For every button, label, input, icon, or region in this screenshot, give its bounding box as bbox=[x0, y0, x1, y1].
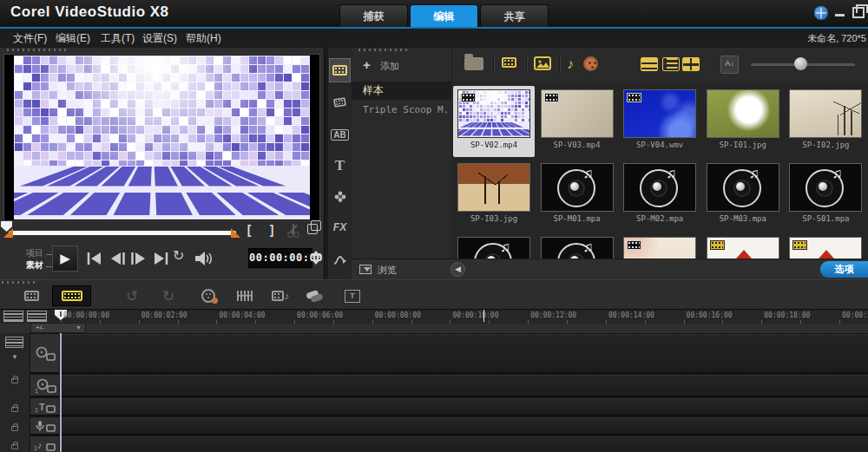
library-item[interactable]: SP-M01.mpa bbox=[536, 160, 618, 231]
movies-icon[interactable] bbox=[583, 56, 598, 71]
thumbnail-zoom-knob[interactable] bbox=[794, 57, 807, 70]
library-item[interactable] bbox=[536, 233, 618, 259]
library-item[interactable]: SP-M02.mpa bbox=[619, 160, 700, 231]
undo-button[interactable]: ↺ bbox=[120, 285, 144, 306]
toolbox-filter-button[interactable]: FX bbox=[329, 215, 351, 239]
timeline-ruler[interactable]: 00:00:00:0000:00:02:0000:00:04:0000:00:0… bbox=[0, 309, 868, 324]
toolbox-title-button[interactable]: T bbox=[329, 154, 351, 178]
view-list-button[interactable] bbox=[641, 57, 658, 71]
menu-tools[interactable]: 工具(T) bbox=[101, 31, 135, 46]
toolbox-motion-path-button[interactable] bbox=[329, 247, 351, 272]
category-triple-scoop[interactable]: Triple Scoop M... bbox=[352, 101, 451, 119]
filter-video-icon[interactable] bbox=[502, 57, 516, 68]
options-button[interactable]: 选项 bbox=[820, 261, 868, 278]
lock-music-track-icon[interactable] bbox=[11, 444, 18, 449]
track-manager-button[interactable]: +/-▼ bbox=[30, 323, 86, 333]
menu-help[interactable]: 帮助(H) bbox=[186, 31, 221, 46]
tab-share[interactable]: 共享 bbox=[480, 4, 549, 27]
split-clip-icon[interactable] bbox=[286, 224, 300, 238]
record-capture-button[interactable] bbox=[194, 285, 222, 306]
lock-overlay-track-icon[interactable] bbox=[11, 378, 18, 383]
collapse-library-button[interactable]: ◀ bbox=[450, 262, 465, 277]
music-track-row[interactable]: ♪ 1 bbox=[30, 436, 868, 452]
library-item[interactable]: SP-I03.jpg bbox=[453, 160, 535, 231]
view-detail-button[interactable] bbox=[662, 57, 680, 71]
filter-photo-icon[interactable] bbox=[534, 56, 551, 70]
lock-title-track-icon[interactable] bbox=[11, 407, 18, 412]
library-item[interactable]: SP-V02.mp4 bbox=[453, 86, 535, 157]
library-item[interactable]: SP-V04.wmv bbox=[619, 86, 700, 157]
library-item[interactable]: SP-S01.mpa bbox=[785, 160, 866, 231]
subtitle-button[interactable]: T bbox=[339, 285, 366, 306]
timeline-drag-handle[interactable] bbox=[2, 281, 36, 284]
tab-edit[interactable]: 编辑 bbox=[410, 4, 478, 27]
panel-drag-handle[interactable] bbox=[7, 49, 68, 51]
toolbox-instant-project-button[interactable] bbox=[329, 90, 351, 115]
home-button[interactable] bbox=[84, 250, 105, 267]
library-item[interactable]: SP-I01.jpg bbox=[702, 86, 784, 157]
auto-music-button[interactable]: ♪ bbox=[266, 285, 295, 306]
folder-icon[interactable] bbox=[464, 57, 483, 70]
video-track-row[interactable] bbox=[30, 334, 868, 373]
redo-button[interactable]: ↻ bbox=[156, 285, 181, 306]
title-track-button[interactable]: T 1 bbox=[30, 399, 60, 415]
enlarge-preview-icon[interactable] bbox=[307, 224, 318, 234]
mark-in-button[interactable]: [ bbox=[240, 222, 258, 238]
toolbox-graphic-button[interactable] bbox=[329, 184, 351, 208]
add-folder-button[interactable]: + 添加 bbox=[352, 56, 451, 75]
overlay-track-row[interactable]: 1 bbox=[30, 375, 868, 396]
menu-file[interactable]: 文件(F) bbox=[13, 31, 47, 46]
mark-out-button[interactable]: ] bbox=[263, 222, 280, 238]
trim-end-handle[interactable] bbox=[231, 228, 240, 238]
library-item[interactable] bbox=[453, 233, 535, 259]
film-badge-icon bbox=[627, 93, 641, 102]
menu-settings[interactable]: 设置(S) bbox=[142, 31, 177, 46]
tab-capture[interactable]: 捕获 bbox=[339, 4, 408, 27]
voice-track-button[interactable] bbox=[30, 418, 60, 434]
preview-timecode[interactable]: 00:00:00:00 bbox=[248, 248, 312, 268]
restore-button[interactable] bbox=[852, 7, 865, 18]
library-item[interactable]: SP-I02.jpg bbox=[785, 86, 866, 157]
track-view-icon-1[interactable] bbox=[3, 311, 23, 322]
menu-edit[interactable]: 编辑(E) bbox=[56, 31, 90, 46]
overlay-track-button[interactable]: 1 bbox=[30, 376, 60, 396]
music-track-button[interactable]: ♪ 1 bbox=[30, 437, 60, 452]
seek-bar[interactable] bbox=[9, 231, 236, 235]
toolbox-transition-button[interactable]: AB bbox=[329, 122, 351, 147]
volume-button[interactable] bbox=[193, 250, 214, 267]
category-samples[interactable]: 样本 bbox=[352, 82, 451, 100]
timecode-stepper[interactable] bbox=[312, 250, 320, 265]
redtri-thumbnail bbox=[789, 237, 862, 259]
view-thumbnail-button[interactable] bbox=[682, 57, 700, 71]
library-item[interactable]: SP-V03.mp4 bbox=[536, 86, 618, 157]
previous-frame-button[interactable] bbox=[107, 250, 128, 267]
end-button[interactable] bbox=[150, 250, 171, 267]
library-item[interactable] bbox=[702, 233, 784, 259]
storyboard-view-button[interactable] bbox=[16, 285, 47, 306]
collapse-tracks-icon[interactable]: ▼ bbox=[11, 353, 18, 361]
next-frame-button[interactable] bbox=[128, 250, 149, 267]
library-item[interactable] bbox=[785, 233, 866, 259]
track-view-icon-2[interactable] bbox=[27, 311, 47, 322]
pan-zoom-button[interactable] bbox=[300, 285, 330, 306]
mode-clip[interactable]: 素材 bbox=[26, 259, 43, 272]
sound-mixer-button[interactable] bbox=[231, 285, 259, 306]
sort-button[interactable]: A↓ bbox=[720, 56, 739, 74]
library-item[interactable] bbox=[619, 233, 700, 259]
video-track-button[interactable] bbox=[30, 335, 60, 372]
lock-voice-track-icon[interactable] bbox=[11, 426, 18, 431]
title-track-row[interactable]: T 1 bbox=[30, 398, 868, 416]
toolbox-media-button[interactable] bbox=[329, 58, 351, 82]
browse-label[interactable]: 浏览 bbox=[378, 264, 397, 277]
mode-project[interactable]: 项目 bbox=[26, 247, 43, 259]
filter-audio-icon[interactable]: ♪ bbox=[567, 57, 574, 71]
repeat-button[interactable]: ↻ bbox=[173, 247, 184, 264]
voice-track-row[interactable] bbox=[30, 417, 868, 435]
trim-start-handle[interactable] bbox=[3, 228, 13, 238]
globe-icon[interactable] bbox=[814, 6, 828, 20]
library-item[interactable]: SP-M03.mpa bbox=[702, 160, 784, 231]
minimize-button[interactable] bbox=[835, 14, 845, 16]
track-manager-icon[interactable] bbox=[5, 337, 23, 348]
timeline-view-button[interactable] bbox=[52, 285, 91, 306]
play-button[interactable]: ▶ bbox=[52, 246, 78, 272]
